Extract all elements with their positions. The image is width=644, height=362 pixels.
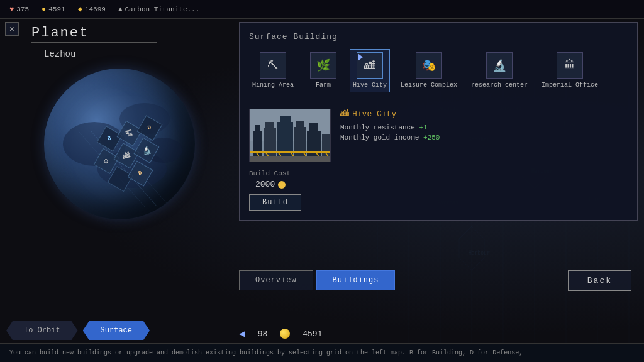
stat-gold-income: Monthly gold income +250	[340, 134, 628, 141]
top-bar: ♥ 375 ● 4591 ◆ 14699 ▲ Carbon Titanite..…	[0, 0, 644, 19]
building-type-leisure[interactable]: 🎭 Leisure Complex	[397, 49, 460, 92]
leisure-icon-box: 🎭	[416, 52, 442, 79]
bottom-nav: To Orbit Surface	[6, 321, 150, 340]
leisure-label: Leisure Complex	[401, 82, 457, 89]
resource-icon: ◆	[78, 4, 82, 14]
material-icon: ▲	[118, 6, 123, 13]
back-arrow-icon[interactable]: ◀	[239, 327, 245, 340]
build-cost-amount: 2000	[255, 180, 628, 189]
farm-icon: 🌿	[316, 58, 330, 72]
pop-icon: ●	[42, 5, 46, 14]
svg-rect-43	[309, 123, 318, 134]
building-type-mining[interactable]: ⛏ Mining Area	[249, 49, 297, 92]
gold-dot-icon	[278, 181, 286, 189]
research-label: research center	[471, 82, 528, 89]
gold-circle-icon	[280, 329, 290, 339]
imperial-label: Imperial Office	[541, 82, 598, 89]
mining-icon: ⛏	[267, 59, 279, 72]
bottom-info-bar: You can build new buildings or upgrade a…	[0, 343, 644, 362]
heart-icon: ♥	[9, 5, 14, 14]
bottom-info-text: You can build new buildings or upgrade a…	[9, 349, 523, 356]
building-type-farm[interactable]: 🌿 Farm	[304, 49, 342, 92]
building-type-imperial[interactable]: 🏛 Imperial Office	[538, 49, 601, 92]
build-button[interactable]: Build	[249, 194, 301, 211]
leisure-icon: 🎭	[422, 58, 436, 72]
svg-rect-35	[255, 125, 260, 134]
research-icon-box: 🔬	[486, 52, 513, 79]
planet-sphere: B 🏗 D ⚙ 🏙	[44, 69, 195, 219]
svg-rect-53	[250, 156, 331, 162]
cost-number: 2000	[255, 180, 275, 189]
research-icon: 🔬	[492, 58, 506, 72]
hive-city-label: Hive City	[353, 82, 387, 89]
building-type-hive-city[interactable]: 🏙 Hive City	[350, 49, 390, 92]
tab-overview[interactable]: Overview	[239, 270, 313, 290]
hive-city-icon: 🏙	[364, 59, 375, 72]
building-detail: 🏙 Hive City Monthly resistance +1 Monthl…	[249, 109, 628, 162]
material-stat: ▲ Carbon Titanite...	[118, 6, 199, 13]
population-stat: 98	[258, 329, 268, 339]
mining-icon-box: ⛏	[260, 52, 286, 79]
surface-building-title: Surface Building	[249, 32, 628, 41]
panel-divider	[31, 42, 157, 43]
preview-svg	[250, 109, 331, 162]
material-value: Carbon Titanite...	[125, 6, 199, 13]
panel-title: Planet	[31, 25, 89, 41]
building-info: 🏙 Hive City Monthly resistance +1 Monthl…	[340, 109, 628, 162]
resource-stat: ◆ 14699	[78, 4, 106, 14]
selected-building-name-text: Hive City	[352, 109, 396, 119]
mining-label: Mining Area	[252, 82, 294, 89]
pop-value: 4591	[48, 6, 65, 13]
selected-building-name: 🏙 Hive City	[340, 109, 628, 119]
bottom-stats: ◀ 98 4591	[239, 327, 322, 340]
building-type-research[interactable]: 🔬 research center	[468, 49, 531, 92]
gold-stat: 4591	[303, 329, 322, 339]
building-types-row: ⛏ Mining Area 🌿 Farm 🏙 Hive City	[249, 49, 628, 99]
farm-label: Farm	[316, 82, 331, 89]
tab-buildings[interactable]: Buildings	[316, 270, 396, 290]
close-button[interactable]: ✕	[5, 22, 19, 36]
planet-name: Lezhou	[44, 49, 75, 59]
pop-stat: ● 4591	[42, 5, 65, 14]
planet-container: B 🏗 D ⚙ 🏙	[44, 69, 195, 219]
svg-rect-38	[277, 122, 293, 162]
selected-indicator	[358, 53, 363, 61]
health-stat: ♥ 375	[9, 5, 29, 14]
surface-button[interactable]: Surface	[83, 321, 150, 340]
svg-rect-41	[296, 121, 304, 129]
left-panel: Planet Lezhou B	[0, 19, 239, 324]
imperial-icon-box: 🏛	[557, 52, 583, 79]
svg-rect-37	[265, 122, 274, 131]
build-cost-section: Build Cost 2000 Build	[249, 170, 628, 211]
hive-city-icon-box: 🏙	[357, 52, 383, 79]
bottom-tabs: Overview Buildings	[239, 270, 395, 290]
surface-building-panel: Surface Building ⛏ Mining Area 🌿 Farm	[239, 22, 638, 221]
stat-resistance: Monthly resistance +1	[340, 124, 628, 131]
building-preview	[249, 109, 331, 162]
resistance-value: +1	[419, 124, 427, 131]
build-cost-label: Build Cost	[249, 170, 628, 177]
gold-income-value: +250	[423, 134, 440, 141]
imperial-icon: 🏛	[564, 59, 575, 72]
farm-icon-box: 🌿	[310, 52, 336, 79]
selected-building-icon: 🏙	[340, 109, 349, 119]
right-panel: Surface Building ⛏ Mining Area 🌿 Farm	[239, 22, 638, 261]
svg-rect-39	[280, 116, 291, 124]
to-orbit-button[interactable]: To Orbit	[6, 321, 78, 340]
resource-value: 14699	[85, 6, 106, 13]
health-value: 375	[16, 6, 29, 13]
back-button[interactable]: Back	[568, 270, 631, 291]
